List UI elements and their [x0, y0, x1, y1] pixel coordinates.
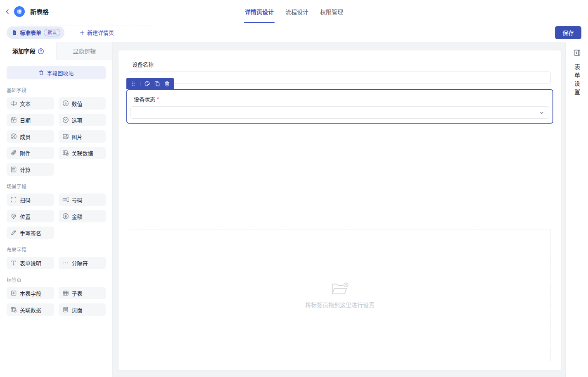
new-detail-page-button[interactable]: 新建详情页: [79, 29, 114, 36]
form-field-device-name[interactable]: 设备名称: [129, 60, 551, 84]
svg-text:9: 9: [64, 102, 66, 105]
field-item-label: 表单说明: [20, 259, 41, 267]
scan-icon: [10, 196, 17, 203]
field-item-number[interactable]: 9数值: [59, 97, 106, 110]
field-item-money[interactable]: 金额: [59, 210, 106, 222]
field-group-title: 场景字段: [7, 183, 106, 190]
sidebar-content: 字段回收站 基础字段文本9数值日期选项成员图片附件关联数据计算场景字段扫码123…: [0, 60, 112, 316]
chevron-left-icon: [4, 8, 11, 15]
delete-field-button[interactable]: [164, 81, 170, 87]
sidebar-tab-visibility-logic[interactable]: 显隐逻辑: [56, 42, 113, 60]
field-item-label: 本表字段: [20, 289, 41, 297]
panel-collapse-icon[interactable]: [573, 49, 581, 57]
field-item-location[interactable]: 位置: [7, 210, 54, 222]
tab-flow-design[interactable]: 流程设计: [285, 0, 309, 23]
field-item-label: 数值: [72, 100, 83, 107]
app-grid-icon[interactable]: [14, 6, 25, 17]
duplicate-field-button[interactable]: [154, 81, 160, 87]
sidebar-tabs: 添加字段显隐逻辑: [0, 42, 112, 60]
field-recycle-bin-button[interactable]: 字段回收站: [7, 66, 106, 79]
field-item-page[interactable]: 页面: [59, 303, 106, 316]
form-field-device-status-selected[interactable]: 设备状态 *: [126, 89, 553, 124]
device-status-select[interactable]: [130, 106, 549, 119]
form-tab-label: 标准表单: [20, 29, 41, 36]
save-button[interactable]: 保存: [555, 26, 581, 39]
signature-icon: [10, 229, 17, 236]
linked-data-tab-icon: [10, 306, 17, 313]
device-name-input[interactable]: [129, 72, 551, 84]
required-marker: *: [157, 96, 159, 102]
page-icon: [62, 306, 69, 313]
current-table-fields-icon: [10, 290, 17, 296]
header-tabs: 详情页设计流程设计权限管理: [244, 0, 344, 23]
field-item-divider[interactable]: 分隔符: [59, 257, 106, 269]
form-settings-title[interactable]: 表单设置: [573, 64, 581, 97]
field-item-label: 选项: [72, 116, 83, 124]
field-group-title: 标签页: [7, 276, 106, 283]
form-settings-strip: 表单设置: [565, 42, 588, 377]
tab-detail-design[interactable]: 详情页设计: [244, 0, 275, 23]
field-item-scan[interactable]: 扫码: [7, 193, 54, 206]
field-item-subtable[interactable]: 子表: [59, 287, 106, 299]
new-detail-page-label: 新建详情页: [87, 29, 114, 36]
field-item-serial[interactable]: 123号码: [59, 193, 106, 206]
field-label: 设备状态 *: [134, 95, 551, 103]
field-label-text: 设备名称: [132, 60, 154, 68]
field-style-button[interactable]: [144, 81, 150, 87]
field-item-label: 金额: [72, 212, 83, 220]
field-item-signature[interactable]: 手写签名: [7, 227, 54, 239]
field-item-label: 分隔符: [72, 259, 88, 267]
field-label: 设备名称: [132, 60, 551, 68]
field-item-label: 手写签名: [20, 229, 41, 237]
linked-data-icon: [62, 150, 69, 156]
drag-handle-icon[interactable]: [130, 81, 136, 87]
recycle-bin-label: 字段回收站: [47, 69, 74, 77]
form-tab-standard-form[interactable]: 标准表单 默认: [7, 26, 64, 39]
field-item-form-note[interactable]: 表单说明: [7, 257, 54, 269]
back-button[interactable]: [3, 7, 12, 16]
select-icon: [62, 117, 69, 123]
chevron-down-icon: [539, 110, 545, 116]
design-canvas: 设备名称: [113, 42, 565, 377]
copy-icon: [154, 81, 160, 87]
active-tab-underline: [244, 22, 275, 23]
field-item-date[interactable]: 日期: [7, 114, 54, 126]
sidebar-tab-add-field[interactable]: 添加字段: [0, 42, 56, 60]
detail-page-toolbar: 标准表单 默认 新建详情页 保存: [0, 23, 588, 42]
field-item-attachment[interactable]: 附件: [7, 147, 54, 159]
form-note-icon: [10, 260, 17, 266]
field-grid: 文本9数值日期选项成员图片附件关联数据计算: [7, 97, 106, 176]
field-item-text[interactable]: 文本: [7, 97, 54, 110]
tab-dropzone[interactable]: 将标签页拖到这里进行设置: [129, 229, 551, 361]
field-item-calc[interactable]: 计算: [7, 163, 54, 176]
app-header: 新表格 详情页设计流程设计权限管理: [0, 0, 588, 23]
field-item-label: 计算: [20, 166, 31, 174]
field-item-current-table-fields[interactable]: 本表字段: [7, 287, 54, 299]
dropzone-hint: 将标签页拖到这里进行设置: [305, 301, 375, 309]
header-left: 新表格: [0, 6, 49, 17]
trash-icon: [38, 70, 44, 76]
tab-permission[interactable]: 权限管理: [319, 0, 344, 23]
field-item-image[interactable]: 图片: [59, 130, 106, 143]
form-card: 设备名称: [119, 50, 561, 370]
default-badge: 默认: [44, 29, 60, 36]
date-icon: [10, 117, 17, 123]
attachment-icon: [10, 150, 17, 156]
field-item-linked-data-tab[interactable]: 关联数据: [7, 303, 54, 316]
document-icon: [12, 30, 17, 36]
field-item-label: 成员: [20, 133, 31, 141]
field-item-member[interactable]: 成员: [7, 130, 54, 143]
text-icon: [10, 100, 17, 107]
toolbar-divider: [140, 81, 140, 86]
field-item-label: 文本: [20, 100, 31, 107]
trash-icon: [164, 81, 170, 87]
question-circle-icon[interactable]: [38, 48, 44, 54]
field-item-label: 号码: [72, 196, 83, 204]
field-item-select[interactable]: 选项: [59, 114, 106, 126]
folder-plus-icon: [330, 282, 349, 297]
field-item-linked-data[interactable]: 关联数据: [59, 147, 106, 159]
plus-icon: [79, 30, 85, 36]
money-icon: [62, 213, 69, 220]
page-title[interactable]: 新表格: [30, 7, 49, 16]
field-item-label: 图片: [72, 133, 83, 141]
